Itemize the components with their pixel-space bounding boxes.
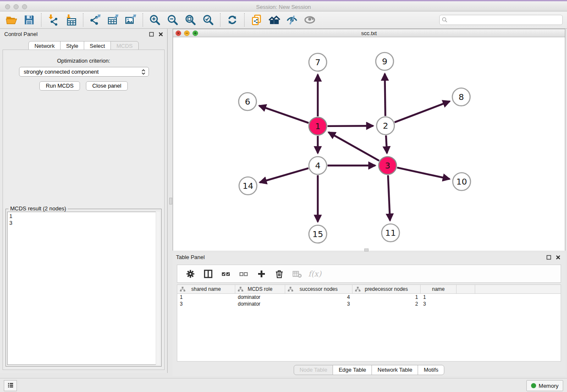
- close-panel-icon[interactable]: [158, 31, 164, 37]
- close-panel-button[interactable]: Close panel: [86, 81, 128, 91]
- graph-node-label-7: 7: [315, 57, 321, 67]
- control-panel: Control Panel NetworkStyleSelectMCDS Opt…: [0, 29, 168, 373]
- zoom-selected-button[interactable]: [199, 12, 217, 28]
- duplicate-network-icon: [250, 14, 262, 26]
- graph-edge-1-2[interactable]: [328, 126, 373, 126]
- tab-edge-table[interactable]: Edge Table: [333, 365, 372, 375]
- zoom-fit-icon: [184, 14, 196, 26]
- export-network-button[interactable]: [86, 12, 104, 28]
- delete-table-icon: [292, 269, 302, 279]
- float-table-panel-icon[interactable]: [546, 254, 552, 260]
- column-header-mcds-role[interactable]: MCDS role: [235, 285, 285, 293]
- column-header-name[interactable]: name: [421, 285, 457, 293]
- zoom-fit-button[interactable]: [182, 12, 199, 28]
- mcds-result-list[interactable]: 13: [7, 212, 160, 365]
- table-cell: 4: [285, 294, 352, 301]
- graph-edge-3-11[interactable]: [388, 175, 390, 221]
- network-graph[interactable]: 7968124314101511: [173, 37, 565, 251]
- table-cell: dominator: [235, 301, 285, 307]
- table-settings-button[interactable]: [182, 266, 198, 282]
- show-graphics-details-button[interactable]: [301, 12, 319, 28]
- save-session-button[interactable]: [20, 12, 38, 28]
- table-panel: Table Panel f(x) shared nameMCDS rolesuc…: [173, 252, 565, 376]
- search-input[interactable]: [439, 15, 563, 25]
- hide-graphics-details-icon: [286, 14, 298, 26]
- add-column-icon: [256, 269, 267, 279]
- result-scrollbar[interactable]: [156, 212, 160, 365]
- graph-edge-2-3[interactable]: [386, 135, 387, 153]
- mcds-panel: Optimization criterion: strongly connect…: [3, 50, 165, 370]
- table-cell: 1: [421, 294, 457, 301]
- graph-node-label-4: 4: [315, 160, 321, 171]
- mcds-action-buttons: Run MCDS Close panel: [3, 81, 164, 91]
- zoom-in-button[interactable]: [146, 12, 164, 28]
- show-graphics-details-icon: [304, 14, 316, 26]
- optimization-criterion-select[interactable]: strongly connected component: [19, 67, 149, 77]
- export-image-button[interactable]: [122, 12, 140, 28]
- zoom-out-button[interactable]: [164, 12, 182, 28]
- graph-node-label-1: 1: [315, 121, 321, 131]
- select-all-icon: [221, 269, 231, 279]
- zoom-out-icon: [167, 14, 179, 26]
- column-header-predecessor-nodes[interactable]: predecessor nodes: [352, 285, 421, 293]
- tab-node-table[interactable]: Node Table: [294, 365, 333, 375]
- table-cell: dominator: [235, 294, 285, 301]
- close-table-panel-icon[interactable]: [555, 254, 561, 260]
- duplicate-network-button[interactable]: [248, 12, 265, 28]
- network-view-window: scc.txt 7968124314101511: [173, 29, 565, 251]
- deselect-all-button[interactable]: [236, 266, 252, 282]
- zoom-in-icon: [149, 14, 161, 26]
- float-panel-icon[interactable]: [149, 31, 154, 37]
- graph-edge-3-1[interactable]: [328, 132, 379, 160]
- task-history-button[interactable]: [4, 380, 17, 391]
- refresh-layout-button[interactable]: [223, 12, 241, 28]
- column-type-icon: [355, 287, 361, 292]
- delete-column-button[interactable]: [271, 266, 287, 282]
- tab-motifs[interactable]: Motifs: [418, 365, 444, 375]
- graph-node-label-9: 9: [382, 56, 388, 66]
- toolbar-separator: [41, 13, 41, 27]
- import-network-button[interactable]: [44, 12, 62, 28]
- run-mcds-button[interactable]: Run MCDS: [39, 81, 80, 91]
- home-layout-button[interactable]: [265, 12, 283, 28]
- column-header-label: successor nodes: [300, 286, 338, 292]
- graph-edge-2-8[interactable]: [395, 101, 450, 122]
- hide-graphics-details-button[interactable]: [283, 12, 301, 28]
- table-row[interactable]: 3dominator323: [177, 301, 561, 307]
- graph-edge-4-14[interactable]: [260, 168, 308, 182]
- memory-status-icon: [531, 383, 536, 388]
- export-table-icon: [107, 14, 119, 26]
- memory-label: Memory: [539, 383, 559, 389]
- open-file-button[interactable]: [3, 12, 20, 28]
- graph-edge-2-9[interactable]: [385, 74, 385, 116]
- export-table-button[interactable]: [104, 12, 122, 28]
- splitter-handle-vertical[interactable]: [169, 198, 172, 204]
- splitter-handle-horizontal[interactable]: [364, 248, 369, 251]
- column-header-shared-name[interactable]: shared name: [177, 285, 235, 293]
- column-type-icon: [238, 287, 243, 292]
- graph-edge-1-6[interactable]: [259, 106, 308, 123]
- table-row[interactable]: 1dominator411: [177, 294, 561, 301]
- main-toolbar-groups: [3, 12, 319, 28]
- delete-column-icon: [274, 269, 284, 279]
- window-title: Session: New Session: [0, 4, 567, 10]
- import-network-icon: [47, 14, 59, 26]
- split-panel-button[interactable]: [200, 266, 216, 282]
- table-cell: 1: [177, 294, 235, 301]
- table-header-row: shared nameMCDS rolesuccessor nodesprede…: [177, 285, 561, 294]
- memory-button[interactable]: Memory: [526, 380, 563, 391]
- column-header-label: MCDS role: [248, 286, 272, 292]
- column-header-successor-nodes[interactable]: successor nodes: [285, 285, 352, 293]
- import-table-button[interactable]: [62, 12, 80, 28]
- graph-edge-3-10[interactable]: [397, 168, 449, 179]
- mcds-result-box: MCDS result (2 nodes) 13: [6, 209, 162, 367]
- select-all-button[interactable]: [218, 266, 234, 282]
- main-toolbar: [0, 11, 567, 29]
- add-column-button[interactable]: [253, 266, 270, 282]
- table-toolbar: f(x): [177, 265, 561, 283]
- tab-network-table[interactable]: Network Table: [372, 365, 418, 375]
- optimization-criterion-label: Optimization criterion:: [3, 58, 164, 64]
- toolbar-separator: [244, 13, 245, 27]
- optimization-criterion-value: strongly connected component: [24, 69, 99, 75]
- network-view-title: scc.txt: [173, 30, 565, 36]
